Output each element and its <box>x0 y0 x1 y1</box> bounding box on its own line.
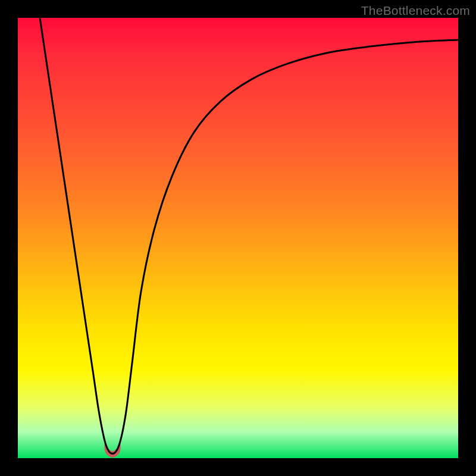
plot-area <box>18 18 458 458</box>
black-frame: TheBottleneck.com <box>0 0 476 476</box>
curve-line <box>40 18 458 454</box>
curve-svg <box>18 18 458 458</box>
watermark-label: TheBottleneck.com <box>361 4 470 18</box>
